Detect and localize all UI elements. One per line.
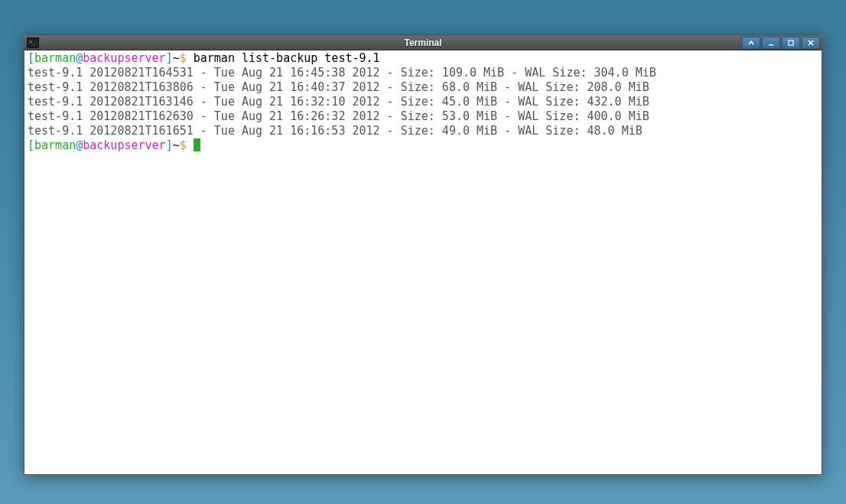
titlebar[interactable]: Terminal	[24, 35, 822, 50]
prompt-symbol: $	[180, 138, 187, 152]
prompt-bracket-close: ]	[166, 138, 173, 152]
output-line: test-9.1 20120821T162630 - Tue Aug 21 16…	[28, 109, 649, 123]
prompt-symbol: $	[180, 51, 187, 65]
shade-button[interactable]	[742, 37, 760, 49]
output-line: test-9.1 20120821T164531 - Tue Aug 21 16…	[28, 66, 656, 80]
maximize-button[interactable]	[782, 37, 800, 49]
output-line: test-9.1 20120821T163146 - Tue Aug 21 16…	[28, 95, 649, 109]
terminal-body[interactable]: [barman@backupserver]~$ barman list-back…	[24, 50, 822, 474]
prompt-host: backupserver	[83, 138, 165, 152]
prompt-user: barman	[34, 51, 76, 65]
terminal-icon	[27, 37, 39, 48]
close-button[interactable]	[802, 37, 820, 49]
prompt-at: @	[76, 51, 83, 65]
prompt-line-1: [barman@backupserver]~$ barman list-back…	[28, 51, 380, 65]
prompt-at: @	[76, 138, 83, 152]
svg-rect-1	[789, 41, 793, 45]
command-text: barman list-backup test-9.1	[194, 51, 380, 65]
output-line: test-9.1 20120821T163806 - Tue Aug 21 16…	[28, 80, 649, 94]
prompt-bracket-close: ]	[166, 51, 173, 65]
prompt-user: barman	[34, 138, 76, 152]
prompt-path: ~	[173, 138, 180, 152]
terminal-window: Terminal [barman@backupserver]~$ barman …	[24, 34, 822, 475]
svg-rect-0	[769, 44, 773, 46]
prompt-bracket-open: [	[28, 51, 34, 65]
prompt-bracket-open: [	[28, 138, 34, 152]
window-controls	[742, 37, 820, 49]
prompt-host: backupserver	[83, 51, 165, 65]
output-line: test-9.1 20120821T161651 - Tue Aug 21 16…	[28, 124, 643, 138]
window-title: Terminal	[404, 37, 441, 48]
prompt-line-2: [barman@backupserver]~$	[28, 138, 200, 152]
prompt-path: ~	[173, 51, 180, 65]
minimize-button[interactable]	[762, 37, 780, 49]
cursor	[194, 138, 200, 151]
